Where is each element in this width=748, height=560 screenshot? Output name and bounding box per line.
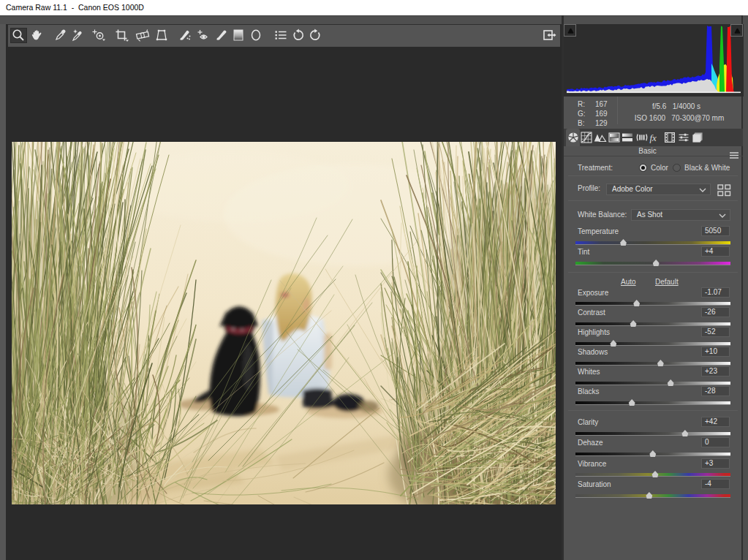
svg-text:fx: fx [650, 132, 657, 143]
